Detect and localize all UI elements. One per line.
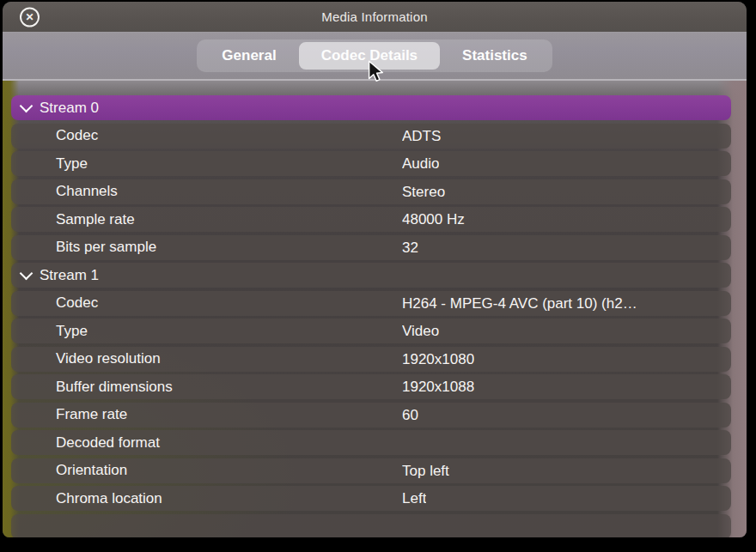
stream-list: Stream 0 Codec ADTS Type Audio Channels …	[3, 81, 747, 537]
detail-label: Codec	[56, 127, 98, 144]
detail-label: Video resolution	[56, 350, 161, 367]
detail-value: 48000 Hz	[402, 207, 465, 232]
codec-detail-row[interactable]: Bits per sample 32	[11, 235, 731, 260]
detail-value: 1920x1088	[402, 374, 474, 399]
codec-detail-row[interactable]: Type Video	[11, 318, 731, 343]
detail-value: 60	[402, 403, 418, 428]
detail-label: Type	[56, 323, 88, 340]
detail-value: Audio	[402, 151, 439, 176]
detail-label: Frame rate	[56, 406, 127, 423]
detail-value: Stereo	[402, 179, 445, 204]
close-button[interactable]: ✕	[20, 7, 40, 27]
detail-value: Left	[402, 486, 426, 511]
stream-header-row-stream-1[interactable]: Stream 1	[11, 263, 731, 288]
detail-label: Buffer dimensions	[56, 379, 173, 396]
window-title: Media Information	[321, 9, 427, 24]
tab-statistics[interactable]: Statistics	[440, 42, 550, 70]
detail-label: Type	[56, 155, 88, 173]
toolbar: General Codec Details Statistics	[3, 32, 747, 81]
tab-label: Statistics	[462, 47, 527, 64]
detail-label: Codec	[56, 294, 98, 312]
close-icon: ✕	[25, 11, 34, 21]
detail-value: H264 - MPEG-4 AVC (part 10) (h2…	[402, 291, 637, 316]
codec-detail-row[interactable]: Chroma location Left	[11, 486, 731, 511]
codec-detail-row[interactable]: Buffer dimensions 1920x1088	[11, 374, 731, 399]
chevron-down-icon	[20, 267, 34, 281]
codec-detail-row[interactable]: Channels Stereo	[11, 179, 731, 204]
codec-detail-row[interactable]: Sample rate 48000 Hz	[11, 207, 731, 232]
media-information-window: ✕ Media Information General Codec Detail…	[3, 2, 747, 537]
detail-value: ADTS	[402, 124, 441, 149]
codec-detail-row[interactable]: Type Audio	[11, 151, 731, 176]
detail-label: Channels	[56, 183, 118, 200]
detail-value: Video	[402, 318, 439, 343]
detail-label: Orientation	[56, 462, 127, 479]
detail-value: 32	[402, 235, 418, 260]
titlebar: ✕ Media Information	[3, 2, 747, 32]
stream-header-row-stream-0[interactable]: Stream 0	[11, 95, 731, 120]
tab-general[interactable]: General	[199, 42, 298, 70]
tab-label: Codec Details	[321, 47, 418, 64]
detail-value: 1920x1080	[402, 347, 474, 372]
codec-detail-row[interactable]: Codec ADTS	[11, 124, 731, 149]
screenshot-background: ✕ Media Information General Codec Detail…	[0, 0, 756, 552]
stream-name: Stream 1	[40, 267, 99, 284]
chevron-down-icon	[20, 100, 34, 113]
codec-detail-row[interactable]: Frame rate 60	[11, 403, 731, 428]
detail-label: Bits per sample	[56, 239, 156, 256]
codec-detail-row[interactable]: Codec H264 - MPEG-4 AVC (part 10) (h2…	[11, 291, 731, 316]
tab-label: General	[222, 47, 276, 64]
detail-label: Chroma location	[56, 490, 162, 507]
detail-label: Sample rate	[56, 211, 135, 228]
codec-detail-row[interactable]: Decoded format	[11, 430, 731, 455]
empty-row	[11, 514, 731, 538]
detail-label: Decoded format	[56, 434, 160, 452]
stream-name: Stream 0	[40, 100, 99, 117]
codec-detail-row[interactable]: Orientation Top left	[11, 458, 731, 483]
detail-value: Top left	[402, 458, 449, 483]
codec-detail-row[interactable]: Video resolution 1920x1080	[11, 347, 731, 372]
tab-bar: General Codec Details Statistics	[197, 39, 552, 72]
tab-codec-details[interactable]: Codec Details	[299, 42, 440, 70]
